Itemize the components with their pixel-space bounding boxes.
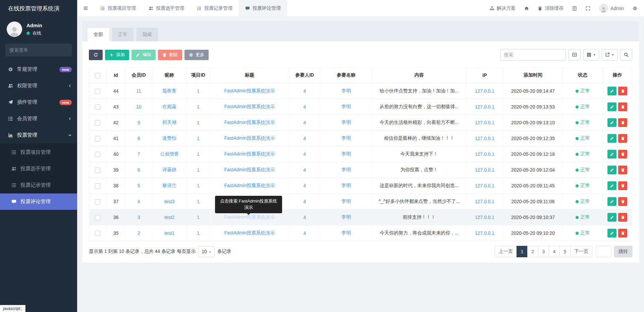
nickname-link[interactable]: test1 [164, 230, 174, 236]
page-button-4[interactable]: 4 [549, 246, 560, 257]
player-id-link[interactable]: 4 [303, 120, 306, 125]
member-id-link[interactable]: 7 [138, 151, 140, 157]
title-link[interactable]: FastAdmin投票系统演示 [224, 88, 275, 93]
ip-link[interactable]: 127.0.0.1 [475, 104, 494, 109]
edit-row-button[interactable] [607, 134, 616, 143]
project-id-link[interactable]: 1 [197, 183, 200, 188]
player-name-link[interactable]: 李明 [341, 120, 351, 125]
ip-link[interactable]: 127.0.0.1 [475, 215, 494, 220]
solution-link[interactable]: 解决方案 [490, 5, 516, 11]
filter-tab-all[interactable]: 全部 [88, 28, 109, 41]
row-checkbox[interactable] [95, 231, 100, 236]
player-name-link[interactable]: 李明 [341, 104, 351, 109]
nickname-link[interactable]: 逄赞怡 [162, 135, 176, 141]
page-button-5[interactable]: 5 [559, 246, 571, 257]
ip-link[interactable]: 127.0.0.1 [475, 230, 494, 236]
player-name-link[interactable]: 李明 [341, 167, 351, 172]
player-name-link[interactable]: 李明 [341, 183, 351, 188]
columns-toggle-button[interactable]: ▼ [583, 49, 599, 60]
nickname-link[interactable]: 公叔惜香 [160, 151, 179, 157]
nickname-link[interactable]: 翦夜香 [162, 88, 176, 93]
nickname-link[interactable]: 在宛菡 [162, 104, 176, 109]
sidebar-toggle-button[interactable] [77, 0, 94, 16]
sidebar-item-general[interactable]: 常规管理 new [0, 61, 77, 78]
row-checkbox[interactable] [95, 199, 100, 205]
member-id-link[interactable]: 10 [136, 104, 142, 109]
page-button-3[interactable]: 3 [538, 246, 549, 257]
title-link[interactable]: FastAdmin投票系统演示 [224, 214, 275, 220]
tab-vote-project[interactable]: 投票项目管理 [94, 0, 142, 16]
player-id-link[interactable]: 4 [303, 215, 306, 220]
project-id-link[interactable]: 1 [197, 215, 200, 220]
title-link[interactable]: FastAdmin投票系统演示 [224, 135, 275, 141]
refresh-button[interactable] [89, 50, 103, 60]
member-id-link[interactable]: 5 [138, 183, 140, 188]
player-name-link[interactable]: 李明 [341, 88, 351, 93]
title-link[interactable]: FastAdmin投票系统演示 [224, 183, 275, 188]
project-id-link[interactable]: 1 [197, 136, 200, 141]
player-name-link[interactable]: 李明 [341, 135, 351, 141]
language-button[interactable] [572, 6, 577, 11]
player-id-link[interactable]: 4 [303, 151, 306, 157]
row-checkbox[interactable] [95, 215, 100, 220]
sidebar-item-vote-player[interactable]: 投票选手管理 [0, 161, 77, 177]
delete-row-button[interactable] [618, 166, 627, 174]
title-link[interactable]: FastAdmin投票系统演示 [224, 167, 275, 172]
page-size-select[interactable]: 10 ▲ [198, 246, 215, 257]
player-id-link[interactable]: 4 [303, 230, 306, 236]
edit-row-button[interactable] [607, 229, 616, 237]
select-all-checkbox[interactable] [95, 73, 100, 78]
player-id-link[interactable]: 4 [303, 183, 306, 188]
page-button-1[interactable]: 1 [517, 246, 528, 257]
detail-view-button[interactable] [569, 49, 581, 60]
ip-link[interactable]: 127.0.0.1 [475, 151, 494, 157]
ip-link[interactable]: 127.0.0.1 [475, 136, 494, 141]
project-id-link[interactable]: 1 [197, 88, 200, 94]
ip-link[interactable]: 127.0.0.1 [475, 120, 494, 125]
sidebar-item-vote-project[interactable]: 投票项目管理 [0, 144, 77, 161]
member-id-link[interactable]: 3 [138, 215, 140, 220]
jump-page-input[interactable] [596, 246, 611, 257]
row-checkbox[interactable] [95, 89, 100, 94]
filter-tab-normal[interactable]: 正常 [112, 28, 133, 41]
row-checkbox[interactable] [95, 136, 100, 141]
edit-row-button[interactable] [607, 87, 616, 95]
next-page-button[interactable]: 下一页 [570, 246, 592, 257]
delete-row-button[interactable] [618, 150, 627, 159]
sidebar-item-member[interactable]: 会员管理 [0, 110, 77, 127]
project-id-link[interactable]: 1 [197, 199, 200, 204]
tab-vote-record[interactable]: 投票记录管理 [191, 0, 239, 16]
delete-button[interactable]: 删除 [158, 50, 182, 60]
player-name-link[interactable]: 李明 [341, 230, 351, 235]
edit-row-button[interactable] [607, 213, 616, 222]
nickname-link[interactable]: 黎诗兰 [162, 183, 176, 188]
row-checkbox[interactable] [95, 152, 100, 157]
sidebar-item-auth[interactable]: 权限管理 [0, 78, 77, 94]
prev-page-button[interactable]: 上一页 [495, 246, 517, 257]
project-id-link[interactable]: 1 [197, 104, 200, 109]
delete-row-button[interactable] [618, 197, 627, 206]
ip-link[interactable]: 127.0.0.1 [475, 88, 494, 94]
title-link[interactable]: FastAdmin投票系统演示 [224, 230, 275, 235]
jump-button[interactable]: 跳转 [614, 246, 632, 257]
filter-tab-hidden[interactable]: 隐藏 [137, 28, 158, 41]
nickname-link[interactable]: 诗晏静 [162, 167, 176, 172]
clear-cache-button[interactable]: 清除缓存 [538, 5, 564, 11]
sidebar-item-vote-record[interactable]: 投票记录管理 [0, 177, 77, 193]
project-id-link[interactable]: 1 [197, 167, 200, 173]
tab-vote-player[interactable]: 投票选手管理 [142, 0, 191, 16]
nickname-link[interactable]: 郭天禄 [162, 120, 176, 125]
row-checkbox[interactable] [95, 183, 100, 189]
ip-link[interactable]: 127.0.0.1 [475, 167, 494, 173]
delete-row-button[interactable] [618, 181, 627, 190]
add-button[interactable]: 添加 [105, 50, 129, 60]
project-id-link[interactable]: 1 [197, 230, 200, 236]
edit-row-button[interactable] [607, 150, 616, 159]
project-id-link[interactable]: 1 [197, 151, 200, 157]
table-search-input[interactable] [500, 49, 566, 60]
player-id-link[interactable]: 4 [303, 199, 306, 204]
member-id-link[interactable]: 9 [138, 120, 140, 125]
delete-row-button[interactable] [618, 102, 627, 111]
delete-row-button[interactable] [618, 118, 627, 127]
player-id-link[interactable]: 4 [303, 136, 306, 141]
